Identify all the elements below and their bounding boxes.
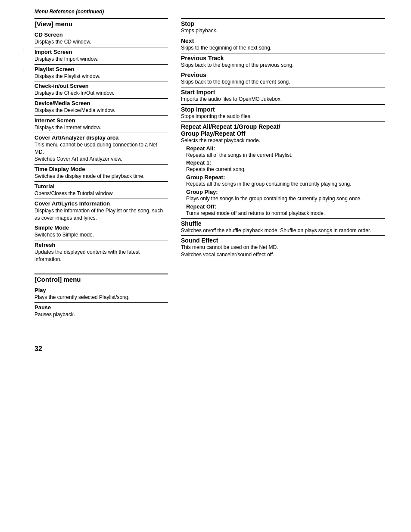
checkinout-screen-item: Check-in/out Screen Displays the Check-I… bbox=[34, 81, 168, 97]
playlist-screen-desc: Displays the Playlist window. bbox=[34, 73, 168, 80]
cover-art-lyrics-desc: Displays the information of the Playlist… bbox=[34, 207, 168, 222]
group-play-desc: Plays only the songs in the group contai… bbox=[181, 195, 385, 202]
left-column: [View] menu CD Screen Displays the CD wi… bbox=[34, 18, 168, 319]
cover-art-lyrics-heading: Cover Art/Lyrics Information bbox=[34, 199, 168, 207]
simple-mode-item: Simple Mode Switches to Simple mode. bbox=[34, 223, 168, 239]
group-repeat-desc: Repeats all the songs in the group conta… bbox=[181, 180, 385, 188]
time-display-desc: Switches the display mode of the playbac… bbox=[34, 173, 168, 180]
stop-import-desc: Stops importing the audio files. bbox=[181, 113, 385, 120]
internet-screen-item: Internet Screen Displays the Internet wi… bbox=[34, 115, 168, 131]
repeat-1-heading: Repeat 1: bbox=[181, 159, 385, 166]
device-media-screen-heading: Device/Media Screen bbox=[34, 98, 168, 106]
repeat-desc: Selects the repeat playback mode. bbox=[181, 137, 385, 144]
stop-heading: Stop bbox=[181, 18, 385, 27]
pause-heading: Pause bbox=[34, 302, 168, 311]
play-item: Play Plays the currently selected Playli… bbox=[34, 286, 168, 301]
play-heading: Play bbox=[34, 286, 168, 293]
group-play-heading: Group Play: bbox=[181, 189, 385, 195]
refresh-desc: Updates the displayed contents with the … bbox=[34, 249, 168, 263]
time-display-item: Time Display Mode Switches the display m… bbox=[34, 164, 168, 180]
sound-effect-item: Sound Effect This menu cannot be used on… bbox=[181, 235, 385, 258]
stop-import-item: Stop Import Stops importing the audio fi… bbox=[181, 104, 385, 120]
cover-art-lyrics-item: Cover Art/Lyrics Information Displays th… bbox=[34, 199, 168, 222]
previous-track-item: Previous Track Skips back to the beginni… bbox=[181, 53, 385, 69]
internet-screen-desc: Displays the Internet window. bbox=[34, 124, 168, 131]
tutorial-item: Tutorial Opens/Closes the Tutorial windo… bbox=[34, 181, 168, 197]
import-screen-desc: Displays the Import window. bbox=[34, 56, 168, 63]
refresh-heading: Refresh bbox=[34, 240, 168, 248]
import-screen-item: Import Screen Displays the Import window… bbox=[34, 47, 168, 63]
sound-effect-desc: This menu cannot be used on the Net MD.S… bbox=[181, 244, 385, 258]
repeat-1-sub: Repeat 1: Repeats the current song. bbox=[181, 159, 385, 173]
previous-heading: Previous bbox=[181, 70, 385, 78]
shuffle-item: Shuffle Switches on/off the shuffle play… bbox=[181, 218, 385, 234]
cd-screen-heading: CD Screen bbox=[34, 30, 168, 38]
import-screen-heading: Import Screen bbox=[34, 47, 168, 55]
repeat-off-heading: Repeat Off: bbox=[181, 203, 385, 210]
sidebar-mark-2: | bbox=[22, 67, 24, 73]
tutorial-desc: Opens/Closes the Tutorial window. bbox=[34, 190, 168, 197]
simple-mode-desc: Switches to Simple mode. bbox=[34, 231, 168, 239]
shuffle-heading: Shuffle bbox=[181, 218, 385, 227]
next-item: Next Skips to the beginning of the next … bbox=[181, 36, 385, 52]
start-import-desc: Imports the audio files to OpenMG Jukebo… bbox=[181, 96, 385, 103]
refresh-item: Refresh Updates the displayed contents w… bbox=[34, 240, 168, 263]
playlist-screen-item: Playlist Screen Displays the Playlist wi… bbox=[34, 64, 168, 80]
repeat-all-desc: Repeats all of the songs in the current … bbox=[181, 152, 385, 159]
simple-mode-heading: Simple Mode bbox=[34, 223, 168, 231]
control-menu-title: [Control] menu bbox=[34, 274, 168, 283]
previous-track-desc: Skips back to the beginning of the previ… bbox=[181, 62, 385, 69]
repeat-heading: Repeat All/Repeat 1/Group Repeat/Group P… bbox=[181, 121, 385, 137]
stop-import-heading: Stop Import bbox=[181, 104, 385, 113]
control-section: [Control] menu Play Plays the currently … bbox=[34, 274, 168, 318]
next-heading: Next bbox=[181, 36, 385, 44]
playlist-screen-heading: Playlist Screen bbox=[34, 64, 168, 72]
checkinout-screen-desc: Displays the Check-In/Out window. bbox=[34, 90, 168, 97]
right-column: Stop Stops playback. Next Skips to the b… bbox=[181, 18, 385, 319]
shuffle-desc: Switches on/off the shuffle playback mod… bbox=[181, 227, 385, 234]
page-number: 32 bbox=[34, 345, 385, 353]
device-media-screen-item: Device/Media Screen Displays the Device/… bbox=[34, 98, 168, 114]
stop-desc: Stops playback. bbox=[181, 27, 385, 34]
repeat-all-sub: Repeat All: Repeats all of the songs in … bbox=[181, 145, 385, 159]
two-column-layout: [View] menu CD Screen Displays the CD wi… bbox=[34, 18, 385, 319]
time-display-heading: Time Display Mode bbox=[34, 164, 168, 172]
repeat-1-desc: Repeats the current song. bbox=[181, 166, 385, 173]
pause-item: Pause Pauses playback. bbox=[34, 302, 168, 318]
stop-item: Stop Stops playback. bbox=[181, 18, 385, 34]
cover-art-analyzer-desc: This menu cannot be used during connecti… bbox=[34, 141, 168, 163]
page: | | Menu Reference (continued) [View] me… bbox=[0, 0, 411, 370]
next-desc: Skips to the beginning of the next song. bbox=[181, 44, 385, 52]
checkinout-screen-heading: Check-in/out Screen bbox=[34, 81, 168, 89]
start-import-item: Start Import Imports the audio files to … bbox=[181, 87, 385, 103]
play-desc: Plays the currently selected Playlist/so… bbox=[34, 294, 168, 301]
internet-screen-heading: Internet Screen bbox=[34, 115, 168, 124]
pause-desc: Pauses playback. bbox=[34, 311, 168, 318]
cover-art-analyzer-item: Cover Art/Analyzer display area This men… bbox=[34, 133, 168, 163]
repeat-all-heading: Repeat All: bbox=[181, 145, 385, 152]
group-play-sub: Group Play: Plays only the songs in the … bbox=[181, 189, 385, 202]
previous-item: Previous Skips back to the beginning of … bbox=[181, 70, 385, 86]
device-media-screen-desc: Displays the Device/Media window. bbox=[34, 107, 168, 114]
meta-title: Menu Reference (continued) bbox=[34, 9, 385, 15]
cd-screen-item: CD Screen Displays the CD window. bbox=[34, 30, 168, 46]
previous-track-heading: Previous Track bbox=[181, 53, 385, 62]
group-repeat-sub: Group Repeat: Repeats all the songs in t… bbox=[181, 174, 385, 188]
previous-desc: Skips back to the beginning of the curre… bbox=[181, 78, 385, 86]
repeat-off-desc: Turns repeat mode off and returns to nor… bbox=[181, 210, 385, 217]
view-menu-title: [View] menu bbox=[34, 18, 168, 28]
sidebar-mark-1: | bbox=[22, 47, 24, 53]
cd-screen-desc: Displays the CD window. bbox=[34, 38, 168, 46]
group-repeat-heading: Group Repeat: bbox=[181, 174, 385, 180]
tutorial-heading: Tutorial bbox=[34, 181, 168, 190]
cover-art-analyzer-heading: Cover Art/Analyzer display area bbox=[34, 133, 168, 141]
repeat-off-sub: Repeat Off: Turns repeat mode off and re… bbox=[181, 203, 385, 217]
sound-effect-heading: Sound Effect bbox=[181, 235, 385, 244]
start-import-heading: Start Import bbox=[181, 87, 385, 96]
repeat-item: Repeat All/Repeat 1/Group Repeat/Group P… bbox=[181, 121, 385, 217]
